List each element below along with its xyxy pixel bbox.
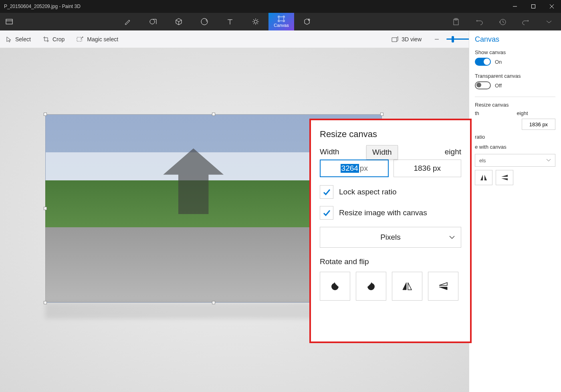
popup-height-label: eight bbox=[394, 148, 462, 156]
svg-line-16 bbox=[253, 23, 254, 24]
transparent-canvas-label: Transparent canvas bbox=[475, 73, 555, 79]
3d-view-button[interactable]: 3D view bbox=[389, 34, 424, 44]
resize-handle-tl[interactable] bbox=[44, 113, 47, 116]
width-input[interactable]: 3264px bbox=[320, 160, 389, 177]
resize-handle-tr[interactable] bbox=[380, 113, 383, 116]
expand-button[interactable] bbox=[541, 13, 557, 30]
resize-handle-ml[interactable] bbox=[44, 207, 47, 210]
resize-canvas-label: Resize canvas bbox=[475, 102, 555, 108]
undo-button[interactable] bbox=[471, 13, 487, 30]
3d-view-label: 3D view bbox=[402, 36, 422, 42]
effects-tool[interactable] bbox=[243, 13, 268, 30]
width-value: 3264 bbox=[341, 164, 359, 173]
svg-rect-1 bbox=[532, 5, 535, 8]
resize-handle-tc[interactable] bbox=[212, 113, 215, 116]
minimize-button[interactable] bbox=[506, 0, 524, 13]
side-units-select[interactable]: els bbox=[475, 154, 555, 167]
select-label: Select bbox=[15, 36, 31, 42]
width-tooltip: Width bbox=[366, 145, 398, 160]
crop-label: Crop bbox=[52, 36, 65, 42]
units-select[interactable]: Pixels bbox=[320, 227, 461, 248]
resize-image-label: Resize image with canvas bbox=[339, 208, 427, 217]
flip-horizontal-button[interactable] bbox=[392, 272, 422, 301]
svg-rect-17 bbox=[279, 17, 284, 21]
main-toolbar: Canvas bbox=[0, 13, 561, 30]
side-units-text: els bbox=[479, 158, 486, 164]
side-flip-horizontal-button[interactable] bbox=[475, 170, 492, 185]
chevron-down-icon bbox=[546, 159, 551, 162]
magic-select-button[interactable]: Magic select bbox=[74, 34, 121, 44]
crop-button[interactable]: Crop bbox=[40, 34, 67, 44]
titlebar: P_20150604_205209.jpg - Paint 3D bbox=[0, 0, 561, 13]
units-text: Pixels bbox=[380, 233, 401, 242]
canvas-tool-label: Canvas bbox=[274, 23, 289, 28]
close-button[interactable] bbox=[543, 0, 561, 13]
resize-image-checkbox[interactable] bbox=[320, 206, 333, 220]
svg-rect-4 bbox=[6, 19, 12, 24]
transparent-canvas-state: Off bbox=[495, 83, 502, 89]
history-button[interactable] bbox=[494, 13, 511, 30]
magic-select-label: Magic select bbox=[87, 36, 118, 42]
maximize-button[interactable] bbox=[524, 0, 543, 13]
height-value: 1836 px bbox=[414, 164, 441, 173]
svg-point-8 bbox=[254, 20, 257, 23]
side-height-label: eight bbox=[517, 110, 528, 116]
side-width-label: th bbox=[475, 110, 479, 116]
svg-point-35 bbox=[370, 286, 372, 287]
svg-rect-30 bbox=[77, 37, 82, 41]
rotate-flip-title: Rotate and flip bbox=[320, 257, 461, 266]
popup-title: Resize canvas bbox=[320, 129, 461, 139]
svg-line-13 bbox=[253, 19, 254, 20]
width-unit: px bbox=[360, 164, 368, 173]
2d-shapes-tool[interactable] bbox=[140, 13, 166, 30]
side-withcanvas-hint: e with canvas bbox=[475, 144, 507, 150]
svg-point-34 bbox=[334, 286, 336, 287]
paste-button[interactable] bbox=[448, 13, 464, 30]
text-tool[interactable] bbox=[217, 13, 243, 30]
side-ratio-hint: ratio bbox=[475, 134, 485, 140]
lock-aspect-checkbox[interactable] bbox=[320, 185, 333, 199]
zoom-out-button[interactable] bbox=[431, 34, 442, 45]
panel-title: Canvas bbox=[475, 35, 555, 44]
canvas-tool[interactable]: Canvas bbox=[268, 13, 294, 30]
show-canvas-state: On bbox=[495, 59, 502, 65]
svg-line-14 bbox=[257, 23, 258, 24]
3d-shapes-tool[interactable] bbox=[166, 13, 192, 30]
lock-aspect-label: Lock aspect ratio bbox=[339, 188, 397, 196]
window-title: P_20150604_205209.jpg - Paint 3D bbox=[4, 4, 506, 9]
resize-canvas-popup: Resize canvas Width eight Width 3264px 1… bbox=[309, 119, 472, 343]
flip-vertical-button[interactable] bbox=[428, 272, 458, 301]
rotate-right-button[interactable] bbox=[356, 272, 386, 301]
resize-handle-bc[interactable] bbox=[212, 301, 215, 304]
svg-point-6 bbox=[150, 19, 155, 24]
redo-button[interactable] bbox=[518, 13, 534, 30]
canvas-side-panel: Canvas Show canvas On Transparent canvas… bbox=[469, 30, 561, 392]
show-canvas-toggle[interactable] bbox=[475, 58, 491, 66]
transparent-canvas-toggle[interactable] bbox=[475, 81, 491, 89]
side-flip-vertical-button[interactable] bbox=[496, 170, 513, 185]
chevron-down-icon bbox=[449, 235, 455, 239]
resize-handle-bl[interactable] bbox=[44, 301, 47, 304]
height-input[interactable]: 1836 px bbox=[394, 160, 462, 177]
side-height-input[interactable] bbox=[522, 119, 555, 130]
svg-line-15 bbox=[257, 19, 258, 20]
rotate-left-button[interactable] bbox=[320, 272, 350, 301]
show-canvas-label: Show canvas bbox=[475, 49, 555, 55]
menu-button[interactable] bbox=[0, 13, 18, 30]
3d-library-tool[interactable] bbox=[294, 13, 320, 30]
stickers-tool[interactable] bbox=[192, 13, 217, 30]
select-button[interactable]: Select bbox=[3, 34, 33, 44]
brushes-tool[interactable] bbox=[115, 13, 140, 30]
